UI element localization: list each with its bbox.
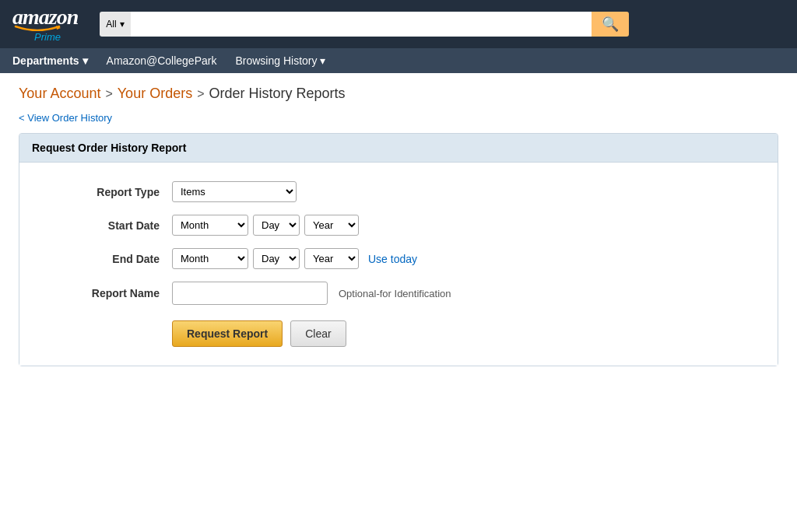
clear-button[interactable]: Clear	[290, 320, 346, 347]
report-name-label: Report Name	[32, 287, 172, 299]
start-date-controls: Month JanuaryFebruary MarchApril MayJune…	[172, 215, 359, 236]
use-today-link[interactable]: Use today	[368, 253, 417, 265]
end-date-label: End Date	[32, 253, 172, 265]
form-section-title: Request Order History Report	[19, 134, 778, 163]
report-type-controls: Items Returns Shipments Refunds Transact…	[172, 181, 297, 202]
view-order-history-link[interactable]: < View Order History	[19, 112, 112, 124]
optional-label: Optional-for Identification	[339, 288, 451, 299]
chevron-down-icon: ▾	[120, 19, 125, 30]
top-header: amazon Prime All ▾ 🔍	[0, 0, 797, 48]
button-row: Request Report Clear	[172, 320, 765, 347]
report-type-row: Report Type Items Returns Shipments Refu…	[32, 181, 765, 202]
search-category-dropdown[interactable]: All ▾	[100, 12, 130, 37]
breadcrumb-separator-2: >	[197, 87, 204, 101]
report-name-row: Report Name Optional-for Identification	[32, 282, 765, 305]
logo-area: amazon Prime	[12, 6, 78, 42]
report-name-controls: Optional-for Identification	[172, 282, 451, 305]
view-order-history-section: < View Order History	[0, 108, 797, 133]
end-date-controls: Month JanuaryFebruary MarchApril MayJune…	[172, 248, 417, 269]
form-body: Report Type Items Returns Shipments Refu…	[19, 163, 778, 366]
account-label[interactable]: Amazon@CollegePark	[107, 54, 217, 67]
end-date-row: End Date Month JanuaryFebruary MarchApri…	[32, 248, 765, 269]
search-button[interactable]: 🔍	[592, 12, 629, 37]
request-report-form-container: Request Order History Report Report Type…	[19, 133, 778, 366]
amazon-smile-icon	[14, 25, 61, 31]
start-year-select[interactable]: Year 20242023 20222021 20202019	[304, 215, 359, 236]
request-report-button[interactable]: Request Report	[172, 320, 283, 347]
end-year-select[interactable]: Year 20242023 20222021 20202019	[304, 248, 359, 269]
start-day-select[interactable]: Day 123 456 789 101112 131415 161718 192…	[253, 215, 300, 236]
chevron-down-icon: ▾	[320, 54, 325, 67]
breadcrumb-separator-1: >	[105, 87, 112, 101]
search-icon: 🔍	[602, 16, 619, 33]
report-type-select[interactable]: Items Returns Shipments Refunds Transact…	[172, 181, 297, 202]
search-category-label: All	[106, 19, 116, 30]
breadcrumb-your-account[interactable]: Your Account	[19, 86, 100, 102]
search-container: All ▾ 🔍	[100, 12, 629, 37]
start-month-select[interactable]: Month JanuaryFebruary MarchApril MayJune…	[172, 215, 248, 236]
search-input[interactable]	[131, 12, 592, 37]
start-date-row: Start Date Month JanuaryFebruary MarchAp…	[32, 215, 765, 236]
prime-label: Prime	[34, 32, 78, 42]
breadcrumb: Your Account > Your Orders > Order Histo…	[0, 73, 797, 108]
nav-bar: Departments ▾ Amazon@CollegePark Browsin…	[0, 48, 797, 73]
end-month-select[interactable]: Month JanuaryFebruary MarchApril MayJune…	[172, 248, 248, 269]
report-type-label: Report Type	[32, 186, 172, 198]
breadcrumb-your-orders[interactable]: Your Orders	[118, 86, 192, 102]
browsing-history-menu[interactable]: Browsing History ▾	[235, 54, 325, 67]
departments-menu[interactable]: Departments ▾	[12, 54, 88, 67]
report-name-input[interactable]	[172, 282, 328, 305]
start-date-label: Start Date	[32, 219, 172, 232]
chevron-down-icon: ▾	[83, 54, 88, 67]
departments-label: Departments	[12, 54, 79, 67]
breadcrumb-current-page: Order History Reports	[209, 86, 346, 102]
browsing-history-label: Browsing History	[235, 54, 317, 67]
end-day-select[interactable]: Day 123 456 789 101112 131415 161718 192…	[253, 248, 300, 269]
